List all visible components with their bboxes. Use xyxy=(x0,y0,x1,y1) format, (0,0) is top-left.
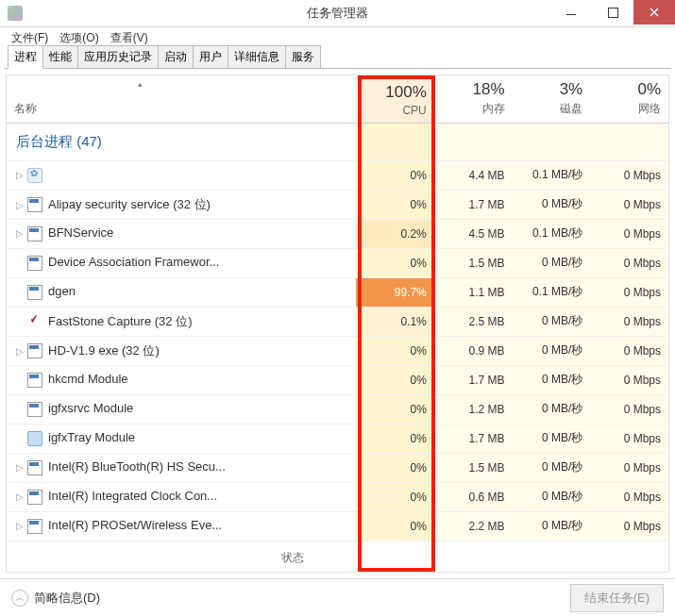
col-network[interactable]: 0% 网络 xyxy=(590,75,668,123)
exe-icon xyxy=(27,460,42,475)
end-task-button[interactable]: 结束任务(E) xyxy=(570,584,664,612)
disk-value: 0 MB/秒 xyxy=(513,190,591,219)
process-name: BFNService xyxy=(48,225,113,240)
exe-icon xyxy=(27,226,42,241)
cpu-value: 0% xyxy=(356,453,434,482)
window-controls xyxy=(550,0,675,25)
process-name: dgen xyxy=(48,284,76,298)
cpu-value: 0% xyxy=(356,190,434,219)
disk-value: 0 MB/秒 xyxy=(513,424,591,453)
cpu-value: 99.7% xyxy=(356,277,434,307)
process-name-cell: dgen xyxy=(7,277,356,307)
group-background-processes[interactable]: 后台进程 (47) xyxy=(7,123,668,160)
tray-icon xyxy=(27,431,42,446)
gear-icon xyxy=(27,168,42,183)
mem-value: 0.6 MB xyxy=(434,482,513,511)
net-value: 0 Mbps xyxy=(590,336,668,365)
net-value: 0 Mbps xyxy=(590,219,668,248)
cpu-value: 0% xyxy=(356,482,434,511)
cpu-value: 0% xyxy=(356,160,434,190)
disk-value: 0.1 MB/秒 xyxy=(513,277,591,307)
process-name-cell: ▷Intel(R) PROSet/Wireless Eve... xyxy=(7,511,356,541)
process-name-cell: Device Association Framewor... xyxy=(7,248,356,277)
process-row[interactable]: Device Association Framewor...0%1.5 MB0 … xyxy=(7,248,668,277)
net-value: 0 Mbps xyxy=(590,453,668,482)
process-table-wrap[interactable]: ▴ 名称 状态 100% CPU 18% 内存 3% xyxy=(6,75,669,573)
process-name-cell: igfxTray Module xyxy=(7,424,356,453)
col-name[interactable]: ▴ 名称 xyxy=(7,75,274,123)
process-name: Device Association Framewor... xyxy=(48,255,219,269)
net-value: 0 Mbps xyxy=(590,482,668,511)
cpu-value: 0.2% xyxy=(356,219,434,248)
process-row[interactable]: ▷HD-V1.9 exe (32 位)0%0.9 MB0 MB/秒0 Mbps xyxy=(7,336,668,365)
disk-value: 0 MB/秒 xyxy=(513,482,591,511)
mem-value: 1.5 MB xyxy=(434,453,513,482)
mem-value: 2.2 MB xyxy=(434,511,513,541)
process-row[interactable]: ▷Alipay security service (32 位)0%1.7 MB0… xyxy=(7,190,668,219)
process-table: ▴ 名称 状态 100% CPU 18% 内存 3% xyxy=(7,75,668,541)
cpu-value: 0% xyxy=(356,394,434,424)
expand-icon[interactable]: ▷ xyxy=(16,170,25,180)
process-row[interactable]: igfxsrvc Module0%1.2 MB0 MB/秒0 Mbps xyxy=(7,394,668,424)
expand-icon[interactable]: ▷ xyxy=(16,462,25,473)
net-value: 0 Mbps xyxy=(590,248,668,277)
close-button[interactable] xyxy=(633,0,675,25)
process-row[interactable]: igfxTray Module0%1.7 MB0 MB/秒0 Mbps xyxy=(7,424,668,453)
footer: ︿ 简略信息(D) 结束任务(E) xyxy=(0,578,675,616)
process-row[interactable]: ▷Intel(R) BlueTooth(R) HS Secu...0%1.5 M… xyxy=(7,453,668,482)
col-memory[interactable]: 18% 内存 xyxy=(434,75,513,123)
exe-icon xyxy=(27,285,42,300)
process-name: HD-V1.9 exe (32 位) xyxy=(48,343,160,358)
process-row[interactable]: hkcmd Module0%1.7 MB0 MB/秒0 Mbps xyxy=(7,365,668,394)
exe-icon xyxy=(27,197,42,212)
tab-startup[interactable]: 启动 xyxy=(158,45,194,68)
col-status[interactable]: 状态 xyxy=(274,75,356,123)
net-value: 0 Mbps xyxy=(590,394,668,424)
disk-value: 0 MB/秒 xyxy=(513,453,591,482)
tab-details[interactable]: 详细信息 xyxy=(228,45,286,68)
process-name: Intel(R) Integrated Clock Con... xyxy=(48,489,217,503)
col-disk[interactable]: 3% 磁盘 xyxy=(513,75,591,123)
expand-icon[interactable]: ▷ xyxy=(16,491,25,502)
exe-icon xyxy=(27,490,42,505)
process-name-cell: ▷ xyxy=(7,160,356,190)
cpu-value: 0% xyxy=(356,365,434,394)
mem-value: 2.5 MB xyxy=(434,307,513,336)
expand-icon[interactable]: ▷ xyxy=(16,200,25,210)
expand-icon[interactable]: ▷ xyxy=(16,228,25,239)
net-value: 0 Mbps xyxy=(590,511,668,541)
window-title: 任务管理器 xyxy=(307,5,368,22)
net-value: 0 Mbps xyxy=(590,160,668,190)
process-row[interactable]: ▷0%4.4 MB0.1 MB/秒0 Mbps xyxy=(7,160,668,190)
tab-processes[interactable]: 进程 xyxy=(8,45,43,69)
expand-icon[interactable]: ▷ xyxy=(16,346,25,357)
tab-services[interactable]: 服务 xyxy=(285,45,321,68)
disk-value: 0.1 MB/秒 xyxy=(513,219,591,248)
minimize-button[interactable] xyxy=(550,0,592,25)
disk-value: 0 MB/秒 xyxy=(513,365,591,394)
process-row[interactable]: ▷BFNService0.2%4.5 MB0.1 MB/秒0 Mbps xyxy=(7,219,668,248)
process-row[interactable]: FastStone Capture (32 位)0.1%2.5 MB0 MB/秒… xyxy=(7,307,668,336)
process-name: Alipay security service (32 位) xyxy=(48,197,211,211)
net-value: 0 Mbps xyxy=(590,277,668,307)
process-name-cell: FastStone Capture (32 位) xyxy=(7,307,356,336)
process-name-cell: ▷HD-V1.9 exe (32 位) xyxy=(7,336,356,365)
mem-value: 1.7 MB xyxy=(434,190,513,219)
col-cpu[interactable]: 100% CPU xyxy=(356,75,434,123)
disk-value: 0 MB/秒 xyxy=(513,248,591,277)
maximize-button[interactable] xyxy=(592,0,633,25)
process-name: Intel(R) BlueTooth(R) HS Secu... xyxy=(48,459,226,474)
process-name-cell: hkcmd Module xyxy=(7,365,356,394)
process-row[interactable]: dgen99.7%1.1 MB0.1 MB/秒0 Mbps xyxy=(7,277,668,307)
net-value: 0 Mbps xyxy=(590,307,668,336)
disk-value: 0 MB/秒 xyxy=(513,394,591,424)
net-value: 0 Mbps xyxy=(590,190,668,219)
tab-users[interactable]: 用户 xyxy=(193,45,228,68)
process-row[interactable]: ▷Intel(R) PROSet/Wireless Eve...0%2.2 MB… xyxy=(7,511,668,541)
tab-performance[interactable]: 性能 xyxy=(42,45,78,68)
expand-icon[interactable]: ▷ xyxy=(16,521,25,531)
tab-app-history[interactable]: 应用历史记录 xyxy=(77,45,159,68)
process-row[interactable]: ▷Intel(R) Integrated Clock Con...0%0.6 M… xyxy=(7,482,668,511)
fewer-details-toggle[interactable]: ︿ 简略信息(D) xyxy=(11,590,100,607)
exe-icon xyxy=(27,343,42,358)
